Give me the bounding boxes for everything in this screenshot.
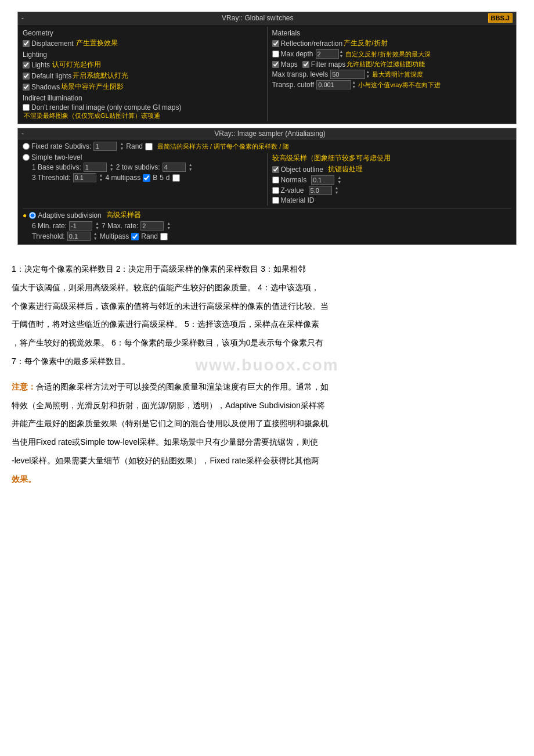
material-id-check-label[interactable]: Material ID xyxy=(272,196,315,204)
transp-cutoff-input[interactable] xyxy=(316,80,351,89)
simple-two-section: Simple two-level 1 Base subdivs: ▲▼ 2 to… xyxy=(23,153,511,206)
dont-render-label: Don't render final image (only compute G… xyxy=(31,103,181,111)
lights-checkbox[interactable] xyxy=(23,62,30,69)
multipass2-checkbox[interactable] xyxy=(131,233,139,240)
filter-check-label[interactable]: Filter maps xyxy=(302,60,345,69)
threshold2-input[interactable] xyxy=(67,232,91,241)
subdivs-input[interactable] xyxy=(93,142,117,151)
adaptive-radio-label[interactable]: Adaptive subdivision xyxy=(29,211,101,219)
z-value-check-label[interactable]: Z-value xyxy=(272,186,304,195)
rand2-checkbox[interactable] xyxy=(160,233,168,240)
z-value-checkbox[interactable] xyxy=(272,187,279,194)
body-line1: 1：决定每个像素的采样数目 2：决定用于高级采样的像素的采样数目 3：如果相邻 xyxy=(12,262,522,276)
simple-two-right: 较高级采样（图象细节较多可考虑使用 Object outline 抗锯齿处理 N… xyxy=(268,153,512,206)
lights-check-label[interactable]: Lights xyxy=(23,61,50,69)
note5: -level采样。如果需要大量细节（如较好的贴图效果），Fixed rate采样… xyxy=(12,454,522,468)
dont-render-checkbox[interactable] xyxy=(23,104,30,111)
displacement-checkbox[interactable] xyxy=(23,40,30,47)
max-depth-input[interactable] xyxy=(316,49,339,59)
materials-label: Materials xyxy=(272,29,512,37)
simple-two-radio[interactable] xyxy=(23,154,30,161)
object-outline-label: Object outline xyxy=(281,165,323,174)
maps-check-label[interactable]: Maps xyxy=(272,60,298,69)
multipass-checkbox[interactable] xyxy=(143,174,150,182)
z-value-label: Z-value xyxy=(281,186,304,195)
panel2-minus[interactable]: - xyxy=(21,129,24,138)
max-depth-check-label[interactable]: Max depth xyxy=(272,50,313,58)
panel1-body: Geometry Displacement 产生置换效果 Lighting Li… xyxy=(18,24,516,124)
maps-checkbox[interactable] xyxy=(272,61,279,68)
maps-label: Maps xyxy=(281,60,298,69)
normals-input[interactable] xyxy=(311,175,334,185)
object-outline-check-label[interactable]: Object outline xyxy=(272,165,323,174)
adaptive-bullet: ● xyxy=(23,211,27,219)
rand2-label: Rand xyxy=(141,232,158,240)
max-depth-row: Max depth ▲▼ 自定义反射/折射效果的最大深 xyxy=(272,49,512,59)
default-lights-check-label[interactable]: Default lights xyxy=(23,72,71,80)
panel2-titlebar: - VRay:: Image sampler (Antialiasing) xyxy=(18,128,516,139)
adaptive-radio[interactable] xyxy=(29,212,36,219)
default-lights-label: Default lights xyxy=(31,72,71,80)
object-outline-checkbox[interactable] xyxy=(272,166,279,173)
body-line5: ，将产生较好的视觉效果。 6：每个像素的最少采样数目，该项为0是表示每个像素只有 xyxy=(12,336,522,350)
panel2-title: VRay:: Image sampler (Antialiasing) xyxy=(27,129,513,138)
dont-render-check-label[interactable]: Don't render final image (only compute G… xyxy=(23,103,181,111)
simple-two-cn: 较高级采样（图象细节较多可考虑使用 xyxy=(272,153,391,163)
geometry-label: Geometry xyxy=(23,29,262,37)
shadows-check-label[interactable]: Shadows xyxy=(23,83,60,91)
indirect-section: Indirect illumination Don't render final… xyxy=(23,94,262,120)
threshold2-label: Threshold: xyxy=(32,232,65,240)
material-id-checkbox[interactable] xyxy=(272,197,279,204)
base-subdivs-row: 1 Base subdivs: ▲▼ 2 tow subdivs: ▲▼ xyxy=(32,163,262,172)
lighting-label: Lighting xyxy=(23,51,262,59)
max-depth-label: Max depth xyxy=(281,50,313,58)
normals-check-label[interactable]: Normals xyxy=(272,176,307,184)
reflection-checkbox[interactable] xyxy=(272,40,279,47)
base-subdivs-input[interactable] xyxy=(84,163,107,172)
filter-cn: 允许贴图/允许过滤贴图功能 xyxy=(347,60,425,69)
fixed-rate-row: Fixed rate Subdivs: ▲▼ Rand 最简洁的采样方法 / 调… xyxy=(23,142,511,151)
max-transp-input[interactable] xyxy=(330,70,365,79)
filter-label: Filter maps xyxy=(311,60,345,69)
panel2-body: Fixed rate Subdivs: ▲▼ Rand 最简洁的采样方法 / 调… xyxy=(18,139,516,244)
fixed-rate-radio[interactable] xyxy=(23,143,30,150)
d-checkbox[interactable] xyxy=(172,174,180,182)
base-subdivs-label: 1 Base subdivs: xyxy=(32,163,81,171)
normals-row: Normals ▲▼ xyxy=(272,175,512,185)
normals-checkbox[interactable] xyxy=(272,177,279,183)
panel1-two-col: Geometry Displacement 产生置换效果 Lighting Li… xyxy=(23,27,511,121)
tow-subdivs-label: 2 tow subdivs: xyxy=(116,163,160,171)
z-value-input[interactable] xyxy=(309,186,332,195)
rand-checkbox[interactable] xyxy=(145,143,153,150)
note3: 并能产生最好的图象质量效果（特别是它们之间的混合使用以及使用了直接照明和摄象机 xyxy=(12,417,522,431)
displacement-row: Displacement 产生置换效果 xyxy=(23,38,262,48)
note-text: 合适的图象采样方法对于可以接受的图象质量和渲染速度有巨大的作用。通常，如 xyxy=(36,382,329,391)
threshold2-row: Threshold: ▲▼ Multipass Rand xyxy=(32,232,511,241)
fixed-cn: 最简洁的采样方法 / 调节每个像素的采样数 / 随 xyxy=(157,142,289,151)
lights-cn: 认可灯光起作用 xyxy=(52,60,101,70)
transp-cutoff-label: Transp. cutoff xyxy=(272,81,315,89)
displacement-check-label[interactable]: Displacement xyxy=(23,39,74,48)
note4: 当使用Fixed rate或Simple tow-level采样。如果场景中只有… xyxy=(12,435,522,449)
max-rate-input[interactable] xyxy=(140,221,164,231)
panel1-minus[interactable]: - xyxy=(21,14,24,22)
tow-subdivs-input[interactable] xyxy=(163,163,186,172)
shadows-row: Shadows 场景中容许产生阴影 xyxy=(23,82,262,92)
rand-label: Rand xyxy=(126,142,143,150)
default-lights-checkbox[interactable] xyxy=(23,73,30,80)
reflection-check-label[interactable]: Reflection/refraction xyxy=(272,39,343,48)
simple-two-radio-label[interactable]: Simple two-level xyxy=(23,153,82,161)
threshold-input[interactable] xyxy=(73,173,96,182)
note-label: 注意： xyxy=(12,382,36,391)
max-depth-checkbox[interactable] xyxy=(272,51,279,57)
shadows-checkbox[interactable] xyxy=(23,84,30,91)
fixed-rate-radio-label[interactable]: Fixed rate xyxy=(23,142,62,150)
reflection-cn: 产生反射/折射 xyxy=(344,38,387,48)
min-rate-input[interactable] xyxy=(69,221,92,231)
filter-checkbox[interactable] xyxy=(302,61,309,68)
material-id-row: Material ID xyxy=(272,196,512,204)
body-line3: 个像素进行高级采样后，该像素的值将与邻近的未进行高级采样的像素的值进行比较。当 xyxy=(12,300,522,314)
lights-label: Lights xyxy=(31,61,50,69)
object-outline-row: Object outline 抗锯齿处理 xyxy=(272,164,512,174)
multipass2-label: Multipass xyxy=(100,232,129,240)
